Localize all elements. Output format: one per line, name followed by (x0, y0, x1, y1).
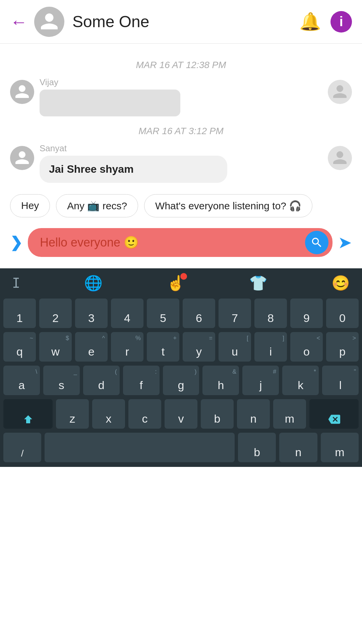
key-7[interactable]: 7 (219, 299, 251, 328)
send-button[interactable]: ➤ (338, 233, 352, 252)
space-key[interactable] (45, 433, 235, 462)
keyboard-toolbar: I 🌐 ☝️ 👕 😊 (0, 268, 362, 297)
keyboard-row-qwerty: ~q $w ^e %r +t =y [u ]i <o >p (0, 330, 362, 364)
message-input[interactable] (28, 228, 333, 257)
kb-record-icon[interactable]: ☝️ (167, 274, 185, 292)
key-e[interactable]: ^e (75, 332, 108, 362)
key-p[interactable]: >p (326, 332, 359, 362)
keyboard-row-asdf: \a _s (d :f )g &h #j *k "l (0, 364, 362, 397)
key-8[interactable]: 8 (254, 299, 287, 328)
key-5[interactable]: 5 (147, 299, 179, 328)
notification-bell-icon[interactable]: 🔔 (299, 11, 321, 32)
key-6[interactable]: 6 (183, 299, 215, 328)
kb-cursor-icon[interactable]: I (12, 275, 20, 291)
quick-replies: Hey Any 📺 recs? What's everyone listenin… (0, 186, 362, 223)
key-3[interactable]: 3 (75, 299, 108, 328)
key-1[interactable]: 1 (3, 299, 36, 328)
contact-avatar (34, 7, 64, 37)
timestamp-1: MAR 16 AT 12:38 PM (0, 60, 362, 70)
key-b[interactable]: b (201, 399, 234, 429)
key-u[interactable]: [u (219, 332, 251, 362)
message-content-1: Vijay (40, 77, 352, 116)
key-a[interactable]: \a (3, 366, 40, 395)
message-group-2: Sanyat Jai Shree shyam (0, 143, 362, 183)
key-0[interactable]: 0 (326, 299, 359, 328)
key-o[interactable]: <o (290, 332, 323, 362)
key-w[interactable]: $w (39, 332, 72, 362)
kb-globe-icon[interactable]: 🌐 (84, 274, 103, 292)
message-image-placeholder (40, 90, 180, 116)
key-j[interactable]: #j (242, 366, 279, 395)
key-x[interactable]: x (92, 399, 125, 429)
keyboard-row-zxcv: z x c v b n m (0, 397, 362, 431)
key-n-bottom[interactable]: n (279, 433, 317, 462)
key-b-bottom[interactable]: b (238, 433, 276, 462)
key-slash[interactable]: / (3, 433, 41, 462)
kb-emoji-icon[interactable]: 😊 (331, 274, 350, 292)
sender-avatar-sanyat (10, 146, 34, 170)
expand-button[interactable]: ❯ (10, 234, 22, 251)
key-f[interactable]: :f (123, 366, 160, 395)
key-h[interactable]: &h (202, 366, 239, 395)
chat-area: MAR 16 AT 12:38 PM Vijay MAR 16 AT 3:12 … (0, 44, 362, 268)
keyboard-row-numbers: 1 2 3 4 5 6 7 8 9 0 (0, 297, 362, 330)
key-z[interactable]: z (56, 399, 89, 429)
input-bar: ❯ ➤ (0, 223, 362, 262)
sender-name-sanyat: Sanyat (40, 143, 352, 154)
backspace-key[interactable] (309, 399, 359, 429)
key-c[interactable]: c (128, 399, 161, 429)
key-t[interactable]: +t (147, 332, 179, 362)
shift-key[interactable] (3, 399, 53, 429)
key-2[interactable]: 2 (39, 299, 72, 328)
key-l[interactable]: "l (322, 366, 359, 395)
header-actions: 🔔 i (299, 11, 352, 33)
keyboard: I 🌐 ☝️ 👕 😊 1 2 3 4 5 6 7 8 9 0 ~q $w ^e … (0, 268, 362, 467)
key-9[interactable]: 9 (290, 299, 323, 328)
key-y[interactable]: =y (183, 332, 215, 362)
info-button[interactable]: i (330, 11, 352, 33)
kb-shirt-icon[interactable]: 👕 (249, 274, 267, 292)
chat-header: ← Some One 🔔 i (0, 0, 362, 44)
key-d[interactable]: (d (83, 366, 120, 395)
key-m-bottom[interactable]: m (321, 433, 359, 462)
message-content-2: Sanyat Jai Shree shyam (40, 143, 352, 183)
quick-reply-listening[interactable]: What's everyone listening to? 🎧 (144, 194, 312, 217)
key-s[interactable]: _s (43, 366, 80, 395)
key-k[interactable]: *k (282, 366, 319, 395)
quick-reply-recs[interactable]: Any 📺 recs? (56, 194, 138, 217)
right-avatar-1 (328, 80, 352, 104)
input-field-wrap (28, 228, 333, 257)
key-v[interactable]: v (165, 399, 197, 429)
message-bubble-2: Jai Shree shyam (40, 156, 227, 183)
key-n[interactable]: n (237, 399, 270, 429)
key-4[interactable]: 4 (111, 299, 143, 328)
key-q[interactable]: ~q (3, 332, 36, 362)
back-button[interactable]: ← (10, 13, 27, 31)
quick-reply-hey[interactable]: Hey (10, 194, 50, 217)
sender-avatar-vijay (10, 80, 34, 104)
contact-name: Some One (72, 12, 299, 31)
key-i[interactable]: ]i (254, 332, 287, 362)
key-r[interactable]: %r (111, 332, 143, 362)
key-g[interactable]: )g (163, 366, 199, 395)
timestamp-2: MAR 16 AT 3:12 PM (0, 126, 362, 137)
key-m[interactable]: m (273, 399, 306, 429)
search-button[interactable] (305, 231, 328, 254)
message-group-1: Vijay (0, 77, 362, 116)
sender-name-vijay: Vijay (40, 77, 352, 88)
right-avatar-2 (328, 146, 352, 170)
keyboard-row-space: / b n m (0, 431, 362, 467)
